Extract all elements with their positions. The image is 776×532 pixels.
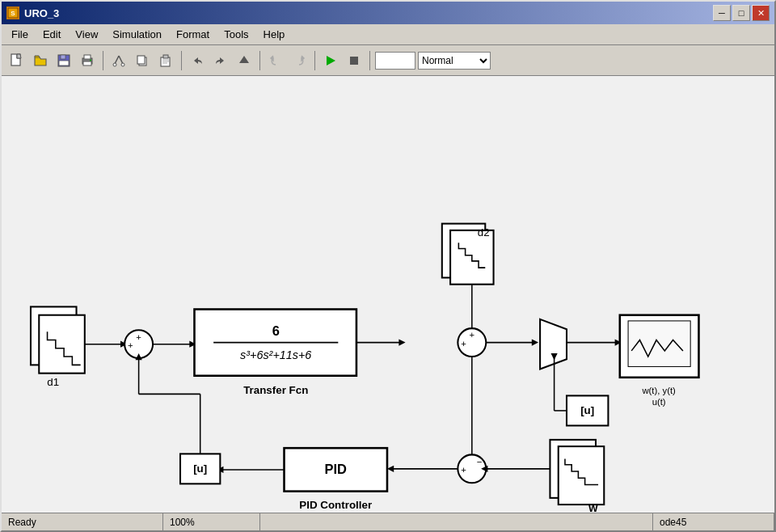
window-title: URO_3	[24, 7, 59, 19]
toolbar: 5 NormalAcceleratorRapid Accelerator	[2, 45, 774, 76]
pid-text: PID	[325, 462, 348, 476]
stop-button[interactable]	[344, 50, 365, 71]
separator-5	[369, 51, 370, 70]
sum1-plus-left: +	[128, 340, 133, 350]
sim-time-input[interactable]: 5	[375, 52, 415, 70]
menu-format[interactable]: Format	[170, 26, 216, 43]
scope-label2: u(t)	[652, 397, 666, 407]
open-button[interactable]	[30, 50, 51, 71]
redo-button[interactable]	[289, 50, 310, 71]
sum2-plus-top: +	[470, 330, 475, 340]
sum3-plus-left2: +	[461, 465, 466, 475]
u-label-right: [u]	[580, 404, 594, 416]
w-label: w	[588, 501, 598, 513]
diagram-svg: d1 + + 6 s³+6s²+11s+6 Transfer Fcn	[2, 76, 774, 513]
status-solver: ode45	[653, 513, 774, 530]
separator-4	[314, 51, 315, 70]
up-button[interactable]	[234, 50, 255, 71]
copy-button[interactable]	[132, 50, 153, 71]
tf-label: Transfer Fcn	[243, 384, 308, 396]
close-button[interactable]: ✕	[752, 5, 770, 21]
print-icon	[80, 53, 95, 68]
u-label-left: [u]	[193, 462, 207, 475]
separator-3	[259, 51, 260, 70]
svg-rect-6	[59, 61, 69, 65]
main-window: S URO_3 ─ □ ✕ File Edit View Simulation …	[0, 0, 776, 532]
svg-marker-23	[327, 56, 335, 65]
canvas-area[interactable]: d1 + + 6 s³+6s²+11s+6 Transfer Fcn	[2, 76, 774, 513]
svg-rect-16	[137, 56, 145, 64]
restore-button[interactable]: □	[732, 5, 750, 21]
d1-label: d1	[47, 376, 59, 388]
undo-curved-icon	[268, 53, 283, 68]
run-button[interactable]	[320, 50, 341, 71]
svg-line-11	[115, 56, 119, 64]
status-empty	[260, 513, 653, 530]
svg-point-13	[113, 63, 116, 66]
svg-marker-22	[239, 56, 249, 63]
menu-edit[interactable]: Edit	[36, 26, 67, 43]
save-button[interactable]	[53, 50, 74, 71]
status-zoom: 100%	[163, 513, 260, 530]
w-block-front	[559, 446, 605, 505]
svg-rect-5	[61, 55, 65, 59]
svg-rect-18	[163, 55, 168, 58]
sum3-minus: −	[477, 457, 483, 467]
menu-bar: File Edit View Simulation Format Tools H…	[2, 24, 774, 45]
app-icon: S	[6, 6, 19, 19]
title-bar-left: S URO_3	[6, 6, 59, 19]
cut-button[interactable]	[108, 50, 129, 71]
minimize-button[interactable]: ─	[713, 5, 731, 21]
save-icon	[57, 53, 71, 68]
copy-icon	[135, 53, 150, 68]
paste-button[interactable]	[155, 50, 176, 71]
sim-mode-select[interactable]: NormalAcceleratorRapid Accelerator	[418, 52, 491, 70]
print-button[interactable]	[77, 50, 98, 71]
d2-label: d2	[478, 226, 490, 239]
stop-icon	[347, 53, 361, 68]
status-bar: Ready 100% ode45	[2, 513, 774, 530]
svg-line-12	[119, 56, 123, 64]
svg-point-10	[90, 59, 91, 61]
play-icon	[323, 53, 338, 68]
up-icon	[237, 53, 251, 68]
redo-right-button[interactable]	[210, 50, 231, 71]
redo-curved-icon	[292, 53, 306, 68]
sum1-plus-top: +	[136, 332, 141, 342]
menu-simulation[interactable]: Simulation	[106, 26, 168, 43]
svg-text:S: S	[11, 10, 15, 17]
svg-rect-24	[350, 57, 358, 65]
paste-icon	[158, 53, 173, 68]
menu-help[interactable]: Help	[257, 26, 292, 43]
scope-label: w(t), y(t)	[641, 386, 676, 395]
mux-block[interactable]	[540, 319, 567, 369]
new-icon	[10, 53, 24, 68]
svg-marker-3	[17, 54, 21, 58]
separator-2	[181, 51, 182, 70]
menu-tools[interactable]: Tools	[217, 26, 255, 43]
undo-left-icon	[190, 53, 205, 68]
pid-label: PID Controller	[299, 499, 372, 511]
arrow-tf-sum2-head	[399, 340, 405, 346]
status-state: Ready	[2, 513, 163, 530]
arrow-sum2-mux-head	[532, 340, 538, 346]
title-buttons: ─ □ ✕	[713, 5, 770, 21]
menu-view[interactable]: View	[69, 26, 104, 43]
new-button[interactable]	[6, 50, 27, 71]
svg-point-14	[121, 63, 124, 66]
tf-numerator: 6	[272, 323, 280, 338]
undo-left-button[interactable]	[187, 50, 208, 71]
sum2-plus-left: +	[461, 339, 466, 348]
open-icon	[33, 53, 48, 68]
svg-rect-9	[83, 61, 91, 65]
redo-right-icon	[213, 53, 228, 68]
menu-file[interactable]: File	[5, 26, 35, 43]
undo-button[interactable]	[265, 50, 286, 71]
svg-rect-8	[84, 55, 91, 59]
tf-denominator: s³+6s²+11s+6	[240, 348, 311, 361]
cut-icon	[112, 53, 126, 68]
separator-1	[103, 51, 103, 70]
title-bar: S URO_3 ─ □ ✕	[2, 2, 774, 24]
